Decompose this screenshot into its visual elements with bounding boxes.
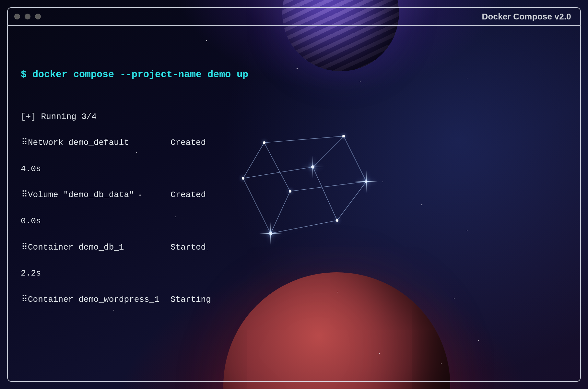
elapsed-time: 4.0s	[21, 162, 567, 175]
elapsed-time: 2.2s	[21, 267, 567, 280]
progress-row: ⠿ Network demo_defaultCreated	[21, 136, 567, 149]
command-line: $ docker compose --project-name demo up	[21, 67, 567, 82]
minimize-icon[interactable]	[25, 14, 30, 19]
zoom-icon[interactable]	[35, 14, 41, 19]
resource-label: Volume "demo_db_data"	[28, 188, 171, 201]
elapsed-time: 0.0s	[21, 215, 567, 228]
window-title: Docker Compose v2.0	[482, 12, 571, 22]
terminal-body[interactable]: $ docker compose --project-name demo up …	[8, 26, 580, 381]
spinner-icon: ⠿	[21, 293, 28, 306]
resource-label: Container demo_db_1	[28, 241, 171, 254]
progress-row: ⠿ Container demo_db_1Started	[21, 241, 567, 254]
command-text: docker compose --project-name demo up	[32, 69, 248, 80]
progress-row: ⠿ Volume "demo_db_data"Created	[21, 188, 567, 201]
window-titlebar: Docker Compose v2.0	[8, 8, 580, 26]
resource-state: Created	[171, 188, 229, 201]
terminal-window: Docker Compose v2.0 $ docker compose --p…	[7, 7, 581, 382]
resource-label: Network demo_default	[28, 136, 171, 149]
traffic-lights[interactable]	[14, 14, 41, 19]
progress-row: ⠿ Container demo_wordpress_1Starting	[21, 293, 567, 306]
spinner-icon: ⠿	[21, 188, 28, 201]
resource-state: Starting	[171, 293, 229, 306]
resource-state: Created	[171, 136, 229, 149]
resource-label: Container demo_wordpress_1	[28, 293, 171, 306]
spinner-icon: ⠿	[21, 241, 28, 254]
running-status: [+] Running 3/4	[21, 110, 567, 123]
close-icon[interactable]	[14, 14, 20, 19]
spinner-icon: ⠿	[21, 136, 28, 149]
prompt-symbol: $	[21, 69, 27, 80]
resource-state: Started	[171, 241, 229, 254]
